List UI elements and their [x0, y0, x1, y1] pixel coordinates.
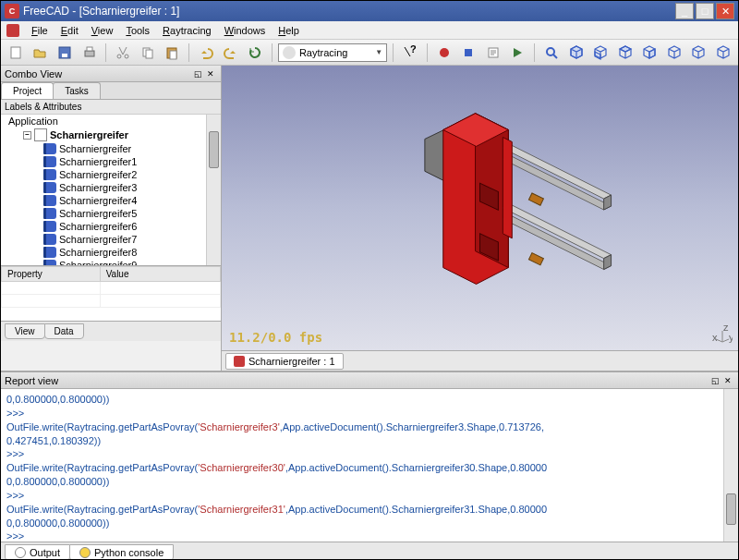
tab-project[interactable]: Project	[1, 82, 54, 99]
report-line: OutFile.write(Raytracing.getPartAsPovray…	[6, 503, 733, 517]
tree-node-scharniergreifer8[interactable]: Scharniergreifer8	[1, 246, 221, 259]
tree-node-scharniergreifer9[interactable]: Scharniergreifer9	[1, 259, 221, 266]
report-line: >>>	[6, 407, 733, 420]
macros-button[interactable]	[482, 42, 504, 64]
tree-node-document[interactable]: −Scharniergreifer	[1, 128, 221, 142]
new-button[interactable]	[5, 42, 27, 64]
prop-col-value[interactable]: Value	[100, 267, 220, 282]
whatsthis-button[interactable]: ?	[399, 42, 421, 64]
doc-tab-icon	[234, 356, 245, 367]
tab-tasks[interactable]: Tasks	[53, 82, 101, 99]
close-button[interactable]: ✕	[716, 3, 734, 19]
dock-float-button[interactable]: ◱	[191, 67, 204, 80]
svg-point-12	[440, 48, 449, 57]
tree-header: Labels & Attributes	[1, 100, 221, 115]
prop-col-property[interactable]: Property	[2, 267, 101, 282]
tree-node-scharniergreifer6[interactable]: Scharniergreifer6	[1, 220, 221, 233]
tree-scrollbar[interactable]	[206, 115, 221, 265]
report-line: >>>	[6, 530, 733, 542]
svg-rect-13	[465, 49, 472, 56]
nav-axis-indicator[interactable]: xyz	[712, 324, 733, 345]
tree-node-scharniergreifer1[interactable]: Scharniergreifer1	[1, 155, 221, 168]
top-view-button[interactable]	[614, 42, 636, 64]
svg-text:z: z	[723, 324, 729, 333]
stop-macro-button[interactable]	[457, 42, 479, 64]
document-tree[interactable]: Application−ScharniergreiferScharniergre…	[1, 115, 221, 266]
output-tab-label: Output	[30, 547, 60, 558]
menu-tools[interactable]: Tools	[119, 23, 156, 38]
prop-tab-view[interactable]: View	[5, 323, 45, 339]
right-view-button[interactable]	[638, 42, 660, 64]
combo-tabs: ProjectTasks	[1, 82, 221, 100]
dock-close-button[interactable]: ✕	[204, 67, 217, 80]
report-view-title: Report view	[5, 375, 709, 386]
tree-node-application[interactable]: Application	[1, 115, 221, 128]
paste-button[interactable]	[162, 42, 184, 64]
property-tabs: ViewData	[1, 322, 221, 341]
cut-button[interactable]	[112, 42, 134, 64]
copy-button[interactable]	[137, 42, 159, 64]
rear-view-button[interactable]	[663, 42, 685, 64]
tree-node-scharniergreifer5[interactable]: Scharniergreifer5	[1, 207, 221, 220]
tree-node-scharniergreifer4[interactable]: Scharniergreifer4	[1, 194, 221, 207]
tree-node-scharniergreifer2[interactable]: Scharniergreifer2	[1, 168, 221, 181]
report-float-button[interactable]: ◱	[709, 374, 721, 387]
window-title: FreeCAD - [Scharniergreifer : 1]	[23, 5, 675, 18]
front-view-button[interactable]	[589, 42, 612, 64]
document-tab[interactable]: Scharniergreifer : 1	[225, 353, 344, 370]
menu-windows[interactable]: Windows	[218, 23, 273, 38]
svg-rect-18	[528, 193, 543, 205]
report-line: >>>	[6, 447, 733, 461]
save-button[interactable]	[54, 42, 76, 64]
redo-button[interactable]	[220, 42, 242, 64]
report-output[interactable]: 0,0.800000,0.800000))>>>OutFile.write(Ra…	[1, 389, 738, 542]
model-rendering	[222, 66, 738, 350]
tree-node-scharniergreifer3[interactable]: Scharniergreifer3	[1, 181, 221, 194]
minimize-button[interactable]: _	[675, 3, 694, 19]
property-grid[interactable]: Property Value	[1, 266, 221, 322]
fit-all-button[interactable]	[540, 42, 563, 64]
report-line: 0,0.800000,0.800000))	[6, 475, 733, 489]
toolbar: Raytracing ?	[1, 40, 738, 66]
menu-raytracing[interactable]: Raytracing	[156, 23, 218, 38]
menubar: FileEditViewToolsRaytracingWindowsHelp	[1, 21, 738, 40]
menu-help[interactable]: Help	[272, 23, 306, 38]
report-line: >>>	[6, 489, 733, 503]
combo-view-panel: Combo View ◱ ✕ ProjectTasks Labels & Att…	[1, 66, 222, 371]
report-scrollbar[interactable]	[723, 389, 738, 542]
svg-rect-10	[170, 51, 176, 59]
menu-file[interactable]: File	[25, 23, 55, 38]
record-macro-button[interactable]	[433, 42, 455, 64]
report-line: OutFile.write(Raytracing.getPartAsPovray…	[6, 461, 733, 475]
output-tab-python-console[interactable]: Python console	[69, 544, 174, 561]
report-line: 0,0.800000,0.800000))	[6, 517, 733, 530]
workbench-selector[interactable]: Raytracing	[278, 43, 387, 62]
menu-edit[interactable]: Edit	[55, 23, 85, 38]
tree-node-scharniergreifer[interactable]: Scharniergreifer	[1, 142, 221, 155]
maximize-button[interactable]: □	[696, 3, 714, 19]
open-button[interactable]	[30, 42, 52, 64]
svg-point-5	[117, 55, 121, 58]
svg-point-6	[125, 55, 128, 58]
output-tab-output[interactable]: Output	[5, 544, 70, 561]
3d-viewport[interactable]: 11.2/0.0 fps xyz	[222, 66, 738, 350]
doc-tab-label: Scharniergreifer : 1	[248, 356, 335, 367]
undo-button[interactable]	[195, 42, 217, 64]
doc-mdi-icon	[6, 24, 19, 37]
svg-rect-2	[62, 54, 67, 57]
report-close-button[interactable]: ✕	[721, 374, 734, 387]
print-button[interactable]	[79, 42, 101, 64]
tree-node-scharniergreifer7[interactable]: Scharniergreifer7	[1, 233, 221, 246]
axonometric-button[interactable]	[565, 42, 588, 64]
workbench-label: Raytracing	[299, 47, 348, 58]
svg-rect-3	[85, 51, 94, 56]
run-macro-button[interactable]	[507, 42, 529, 64]
refresh-button[interactable]	[244, 42, 266, 64]
menu-view[interactable]: View	[85, 23, 120, 38]
prop-tab-data[interactable]: Data	[44, 323, 84, 339]
raytracing-icon	[283, 46, 296, 59]
combo-view-title: Combo View	[5, 68, 191, 79]
left-view-button[interactable]	[712, 42, 734, 64]
bottom-view-button[interactable]	[688, 42, 710, 64]
titlebar: C FreeCAD - [Scharniergreifer : 1] _ □ ✕	[1, 1, 738, 21]
